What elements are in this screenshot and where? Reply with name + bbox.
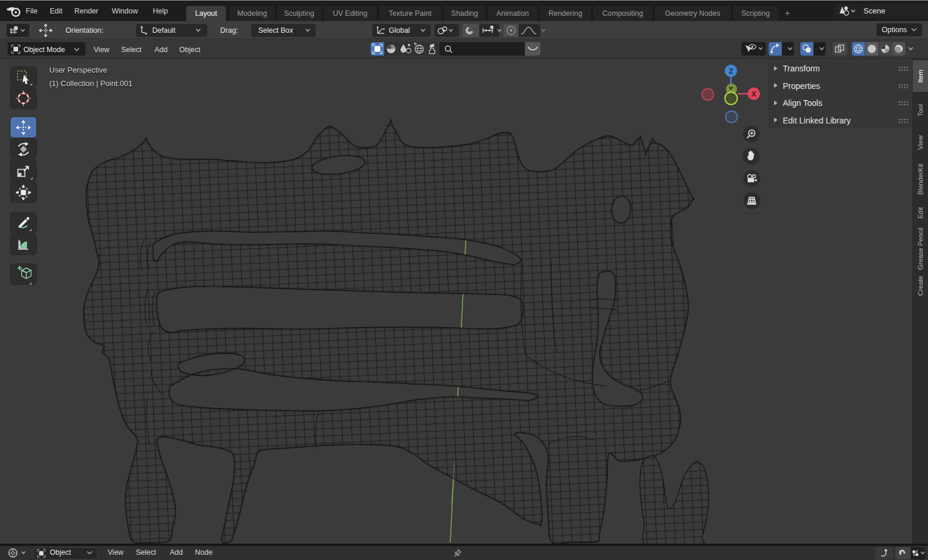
svg-text:X: X [751,90,756,98]
svg-text:Z: Z [728,67,733,75]
